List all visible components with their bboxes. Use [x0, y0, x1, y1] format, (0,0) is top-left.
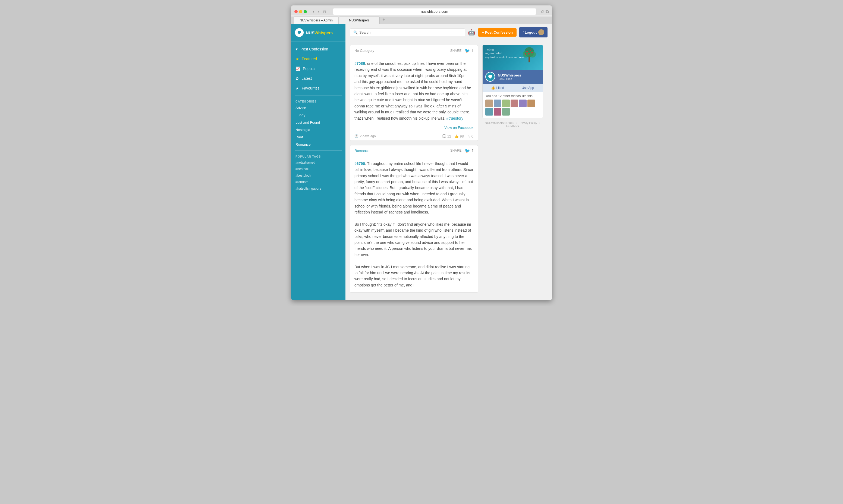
friend-avatar [511, 100, 518, 107]
search-input[interactable] [359, 30, 462, 34]
post-text: one of the smoothest pick up lines I hav… [355, 61, 471, 121]
post-card-2: Romance SHARE: 🐦 f #6790: Throughout my … [350, 145, 478, 293]
svg-point-5 [530, 50, 531, 51]
maximize-button[interactable] [304, 10, 307, 13]
sidebar-item-funny[interactable]: Funny [291, 111, 345, 119]
flower-icon: ✿ [295, 76, 299, 80]
fb-page-avatar [485, 72, 495, 82]
star-action-icon: ☆ [467, 134, 470, 138]
categories-section-title: CATEGORIES [291, 98, 345, 104]
sidebar-tag-bestblock[interactable]: #bestblock [291, 172, 345, 179]
post-confession-button[interactable]: + Post Confession [478, 28, 517, 37]
friend-avatar [494, 108, 501, 115]
logout-button[interactable]: f Logout [519, 27, 548, 37]
sidebar-item-advice[interactable]: Advice [291, 104, 345, 111]
comment-action[interactable]: 💬 12 [442, 134, 451, 138]
post-header-2: Romance SHARE: 🐦 f [350, 145, 478, 156]
url-bar[interactable]: nuswhispers.com [333, 8, 536, 15]
friend-avatar [519, 100, 527, 107]
sidebar-item-rant[interactable]: Rant [291, 133, 345, 141]
like-action[interactable]: 👍 98 [454, 134, 464, 138]
new-tab-button[interactable]: + [381, 17, 387, 24]
sidebar-tag-hatsoffsingapore[interactable]: #hatsoffsingapore [291, 185, 345, 192]
tab-admin[interactable]: NUSWhispers – Admin [294, 17, 339, 24]
fb-widget-cover: ...ntingsugar-coatedeny truths and of co… [483, 45, 543, 70]
friend-avatar [485, 100, 493, 107]
browser-tabs-bar: NUSWhispers – Admin NUSWhispers + [291, 17, 552, 24]
post-id-2[interactable]: #6790 [355, 161, 365, 166]
logo-icon [295, 28, 304, 37]
svg-point-8 [525, 53, 526, 55]
post-body: #7086: one of the smoothest pick up line… [350, 56, 478, 126]
sidebar-item-romance[interactable]: Romance [291, 141, 345, 148]
share-label: SHARE: [450, 49, 463, 53]
minimize-button[interactable] [299, 10, 302, 13]
post-actions: 💬 12 👍 98 ☆ 0 [442, 134, 474, 138]
sidebar-item-popular[interactable]: 📈 Popular [291, 64, 345, 73]
fb-page-name: NUSWhispers [498, 73, 521, 77]
user-avatar [538, 29, 544, 35]
facebook-share-icon[interactable]: f [472, 48, 474, 53]
sidebar-logo: NUSWhispers [291, 24, 345, 41]
share-button[interactable]: ⎙ [541, 9, 544, 14]
sidebar-divider-2 [295, 150, 342, 150]
post-share: SHARE: 🐦 f [450, 48, 474, 53]
post-text-2: Throughout my entire school life I never… [355, 161, 473, 287]
reader-view-button[interactable]: ⊡ [321, 9, 328, 15]
post-time: 🕐 2 days ago [355, 134, 376, 138]
fb-liked-button[interactable]: 👍 Liked [483, 84, 513, 92]
sidebar-tag-random[interactable]: #random [291, 179, 345, 185]
browser-titlebar: ‹ › ⊡ nuswhispers.com ⎙ ⧉ [291, 5, 552, 15]
back-button[interactable]: ‹ [312, 9, 315, 15]
robot-icon: 🤖 [468, 29, 475, 36]
browser-action-buttons: ⎙ ⧉ [541, 9, 549, 14]
privacy-policy-link[interactable]: Privacy Policy [518, 121, 537, 125]
logo-text: NUSWhispers [306, 30, 333, 35]
search-icon: 🔍 [353, 30, 358, 34]
feedback-link[interactable]: Feedback [506, 125, 519, 128]
sidebar-item-featured[interactable]: ★ Featured [291, 54, 345, 64]
svg-point-2 [529, 51, 536, 57]
fb-friends-title: You and 12 other friends like this [485, 94, 540, 98]
browser-window: ‹ › ⊡ nuswhispers.com ⎙ ⧉ NUSWhispers – … [291, 5, 552, 300]
tags-section-title: POPULAR TAGS [291, 153, 345, 159]
twitter-share-icon-2[interactable]: 🐦 [465, 148, 470, 153]
sidebar-tag-besthall[interactable]: #besthall [291, 166, 345, 172]
friend-avatar [502, 100, 510, 107]
fb-page-details: NUSWhispers 5,862 likes [498, 73, 521, 80]
sidebar-item-label: Post Confession [300, 47, 328, 51]
sidebar-item-latest[interactable]: ✿ Latest [291, 73, 345, 83]
sidebar-item-post-confession[interactable]: ♥ Post Confession [291, 44, 345, 54]
post-id[interactable]: #7086 [355, 61, 365, 66]
sidebar-tag-notashamed[interactable]: #notashamed [291, 159, 345, 166]
sidebar-item-lost-and-found[interactable]: Lost and Found [291, 119, 345, 126]
forward-button[interactable]: › [316, 9, 320, 15]
fb-use-app-button[interactable]: Use App [513, 84, 543, 92]
fb-widget-info: NUSWhispers 5,862 likes [483, 70, 543, 84]
posts-column: No Category SHARE: 🐦 f #7086: one of the… [350, 45, 478, 297]
thumbs-up-icon: 👍 [454, 134, 459, 138]
favorites-star-icon: ★ [295, 86, 299, 90]
post-category-2[interactable]: Romance [355, 149, 369, 153]
heart-icon: ♥ [295, 47, 298, 51]
star-icon: ★ [295, 57, 299, 61]
close-button[interactable] [294, 10, 298, 13]
tab-main[interactable]: NUSWhispers [339, 17, 380, 24]
search-box[interactable]: 🔍 [350, 29, 465, 36]
browser-nav: ‹ › ⊡ [312, 9, 328, 15]
post-confession-label: + Post Confession [482, 30, 513, 34]
post-footer: 🕐 2 days ago 💬 12 👍 98 [350, 132, 478, 141]
post-tag[interactable]: #truestory [447, 116, 463, 121]
sidebar-item-nostalgia[interactable]: Nostalgia [291, 126, 345, 133]
tabs-button[interactable]: ⧉ [546, 9, 549, 14]
sidebar-item-favourites[interactable]: ★ Favourites [291, 83, 345, 93]
fb-page-likes: 5,862 likes [498, 77, 521, 80]
favourite-action[interactable]: ☆ 0 [467, 134, 474, 138]
fb-widget-actions: 👍 Liked Use App [483, 84, 543, 92]
post-facebook-link[interactable]: View on Facebook [350, 126, 478, 132]
friend-avatar [502, 108, 510, 115]
fb-friends-section: You and 12 other friends like this [483, 92, 543, 118]
thumbs-up-fb-icon: 👍 [491, 86, 495, 90]
facebook-share-icon-2[interactable]: f [472, 148, 474, 153]
twitter-share-icon[interactable]: 🐦 [465, 48, 470, 53]
